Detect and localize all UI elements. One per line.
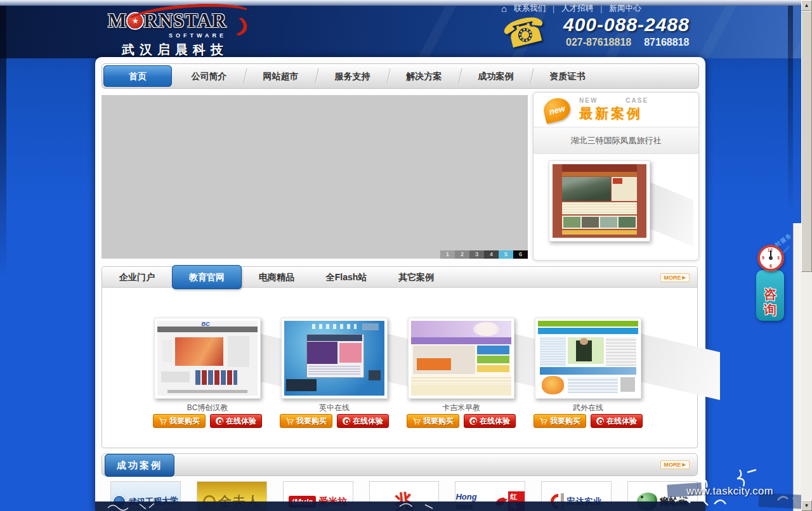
decor <box>563 217 580 228</box>
latest-case-panel: new NEW CASE 最新案例 湖北三特国际凤凰旅行社 <box>533 92 699 261</box>
separator: | <box>553 4 554 13</box>
nav-item-certificates[interactable]: 资质证书 <box>532 64 603 88</box>
buy-button[interactable]: 我要购买 <box>280 414 332 428</box>
latest-case-item[interactable]: 湖北三特国际凤凰旅行社 <box>534 127 698 154</box>
decor <box>228 336 250 368</box>
vertical-scrollbar[interactable]: ▲ ▼ <box>801 0 812 511</box>
try-online-button[interactable]: 在线体验 <box>591 414 643 428</box>
product-thumbnail[interactable] <box>535 318 641 399</box>
decor <box>540 367 636 375</box>
new-badge-icon: new <box>541 95 572 124</box>
decor <box>157 327 258 332</box>
mini-site-decor <box>284 321 384 396</box>
banner-page-2[interactable]: 2 <box>455 250 469 259</box>
decor <box>286 379 316 391</box>
product-thumbnail[interactable] <box>408 318 514 399</box>
nav-item-home[interactable]: 首页 <box>103 65 172 87</box>
banner-page-6[interactable]: 6 <box>513 250 528 259</box>
product-thumbnail[interactable]: BC <box>154 318 261 399</box>
buy-button[interactable]: 我要购买 <box>153 414 206 428</box>
nav-item-about[interactable]: 公司简介 <box>173 64 245 88</box>
decor <box>308 366 360 375</box>
buy-label: 我要购买 <box>423 416 454 427</box>
utilnav-link-jobs[interactable]: 人才招聘 <box>561 3 593 14</box>
showcase-tabs: 企业门户 教育官网 电商精品 全Flash站 其它案例 MORE ▶ <box>102 267 697 288</box>
product-showcase: 企业门户 教育官网 电商精品 全Flash站 其它案例 MORE ▶ BC <box>102 266 698 448</box>
mini-site-decor <box>411 321 511 396</box>
utilnav-link-news[interactable]: 新闻中心 <box>610 3 641 14</box>
watermark-band <box>95 501 705 511</box>
brand-letter-m: M <box>108 10 127 32</box>
tab-ecommerce[interactable]: 电商精品 <box>242 267 311 287</box>
showcase-more-button[interactable]: MORE ▶ <box>660 273 690 282</box>
latest-case-title: 最新案例 <box>579 105 698 122</box>
decor <box>542 376 564 394</box>
scroll-up-button[interactable]: ▲ <box>801 0 812 11</box>
clock-center-dot <box>769 256 773 260</box>
try-online-button[interactable]: 在线体验 <box>210 414 262 428</box>
buy-button[interactable]: 我要购买 <box>534 414 586 428</box>
success-cases-title[interactable]: 成功案例 <box>105 454 174 477</box>
decor <box>600 217 617 228</box>
banner-page-4[interactable]: 4 <box>484 250 499 259</box>
decor <box>619 217 636 228</box>
company-logo[interactable]: M ★ RNSTAR SOFTWARE 武汉启晨科技 <box>108 10 260 58</box>
tab-enterprise-portal[interactable]: 企业门户 <box>102 267 172 287</box>
decor <box>606 337 636 366</box>
telephone-icon: ☎ <box>498 7 551 58</box>
tab-education-site[interactable]: 教育官网 <box>172 265 242 289</box>
product-actions: 我要购买 在线体验 <box>144 414 271 428</box>
scroll-down-button[interactable]: ▼ <box>801 500 812 511</box>
banner-page-5-active[interactable]: 5 <box>499 250 513 259</box>
tab-other-cases[interactable]: 其它案例 <box>381 267 451 287</box>
try-online-button[interactable]: 在线体验 <box>337 414 389 428</box>
decor <box>362 323 378 331</box>
latest-case-body <box>534 154 698 259</box>
product-title: 卡吉米早教 <box>402 403 521 413</box>
clock-number: 6 <box>769 264 772 268</box>
card-reflection-decor <box>631 332 720 400</box>
right-bevel-decor <box>788 6 793 215</box>
magnifier-icon <box>343 417 350 425</box>
new-label: NEW <box>579 97 598 104</box>
consult-label: 咨询 <box>763 287 777 317</box>
product-thumbnail[interactable] <box>281 318 388 399</box>
magnifier-icon <box>216 417 223 425</box>
product-card: BC BC博创汉教 我要购买 <box>154 318 261 438</box>
cart-icon <box>285 418 294 425</box>
more-arrow-icon: ▶ <box>683 275 686 280</box>
try-label: 在线体验 <box>226 416 256 427</box>
buy-button[interactable]: 我要购买 <box>407 414 459 428</box>
decor <box>562 172 637 176</box>
tab-full-flash[interactable]: 全Flash站 <box>311 267 381 287</box>
product-title: 武外在线 <box>528 403 648 413</box>
nav-item-solutions[interactable]: 解决方案 <box>388 64 460 88</box>
page: ⌂ 联系我们 | 人才招聘 | 新闻中心 M ★ RNSTAR SOFTWARE… <box>0 0 812 511</box>
scrollbar-thumb[interactable] <box>801 11 812 272</box>
clock-number: 3 <box>777 256 780 260</box>
product-title: 英中在线 <box>275 403 394 413</box>
brand-row: M ★ RNSTAR <box>108 10 260 32</box>
decor <box>307 342 337 364</box>
decor <box>562 230 637 235</box>
banner-page-1[interactable]: 1 <box>440 250 455 259</box>
magnifier-icon <box>469 417 477 425</box>
success-cases-header: 成功案例 MORE ▶ <box>102 453 698 476</box>
mini-site-decor <box>538 321 638 396</box>
consult-button[interactable]: 咨询 <box>756 270 784 321</box>
decor <box>339 343 362 363</box>
nav-item-support[interactable]: 服务支持 <box>317 64 388 88</box>
decor <box>473 322 499 335</box>
try-label: 在线体验 <box>353 416 383 427</box>
decor <box>562 177 611 201</box>
phone-number-2: 87168818 <box>644 37 689 48</box>
nav-item-site-market[interactable]: 网站超市 <box>245 64 317 88</box>
banner-page-3[interactable]: 3 <box>469 250 484 259</box>
latest-case-thumbnail[interactable] <box>549 160 650 242</box>
try-online-button[interactable]: 在线体验 <box>464 414 516 428</box>
watermark-url: www.taskcity.com <box>686 485 773 497</box>
decor <box>307 335 362 340</box>
home-icon: ⌂ <box>501 5 507 13</box>
nav-item-cases[interactable]: 成功案例 <box>460 64 532 88</box>
main-nav: 首页 公司简介 网站超市 服务支持 解决方案 成功案例 资质证书 <box>102 63 699 89</box>
